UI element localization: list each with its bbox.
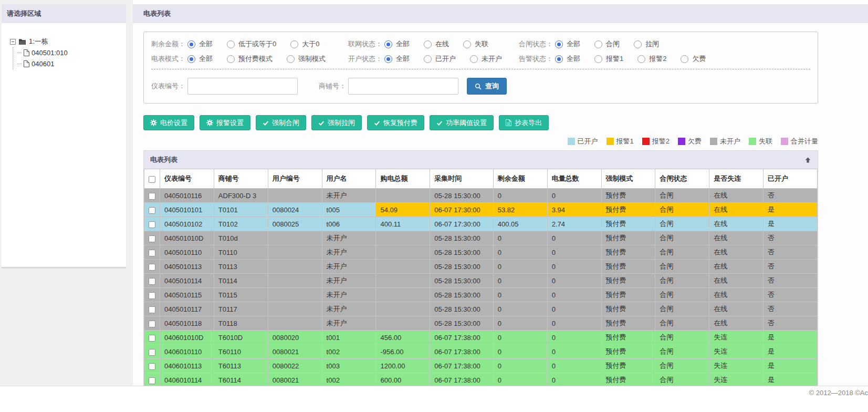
radio-label: 欠费 <box>692 54 706 64</box>
radio-button[interactable] <box>384 40 392 48</box>
radio-option[interactable]: 报警2 <box>637 54 666 64</box>
row-checkbox[interactable] <box>149 278 155 285</box>
row-checkbox[interactable] <box>149 335 155 342</box>
radio-button[interactable] <box>187 40 195 48</box>
radio-option[interactable]: 合闸 <box>594 39 620 49</box>
radio-option[interactable]: 失联 <box>463 39 488 49</box>
radio-option[interactable]: 报警1 <box>594 54 623 64</box>
radio-button[interactable] <box>555 55 563 63</box>
radio-button[interactable] <box>681 55 688 63</box>
cell-剩余金额: 0 <box>493 345 547 359</box>
radio-option[interactable]: 强制模式 <box>287 54 326 64</box>
filter-group: 告警状态：全部报警1报警2欠费 <box>519 54 810 64</box>
row-checkbox[interactable] <box>149 221 155 228</box>
cell-电量总数: 0 <box>547 359 601 373</box>
action-button-强制拉闸[interactable]: 强制拉闸 <box>311 115 362 130</box>
radio-label: 大于0 <box>302 39 319 49</box>
action-button-恢复预付费[interactable]: 恢复预付费 <box>367 115 424 130</box>
cell-用户编号 <box>268 260 322 274</box>
radio-button[interactable] <box>384 55 392 63</box>
cell-商铺号: T60113 <box>214 359 268 373</box>
table-row: 0406010113T601130080022t0031200.0006-07 … <box>144 359 818 373</box>
action-button-报警设置[interactable]: 报警设置 <box>200 115 250 130</box>
radio-button[interactable] <box>424 40 432 48</box>
tree-root-node[interactable]: 1:一栋 <box>10 37 122 46</box>
radio-button[interactable] <box>594 55 602 63</box>
table-row: 0405010115T0115未开户05-28 15:30:0000预付费合闸在… <box>144 288 818 302</box>
filter-separator <box>151 69 810 69</box>
radio-button[interactable] <box>290 40 298 48</box>
radio-button[interactable] <box>227 40 235 48</box>
collapse-panel-icon[interactable] <box>804 157 811 163</box>
row-checkbox[interactable] <box>149 250 155 256</box>
search-button[interactable]: 查询 <box>467 78 507 95</box>
cell-用户编号 <box>268 288 322 302</box>
select-all-header <box>144 169 160 189</box>
cell-合闸状态: 合闸 <box>655 260 709 274</box>
table-row: 040601010DT6010D0080020t001456.0006-07 1… <box>144 331 818 345</box>
row-checkbox[interactable] <box>149 321 155 327</box>
action-button-功率阈值设置[interactable]: 功率阈值设置 <box>430 115 494 130</box>
radio-option[interactable]: 全部 <box>384 39 410 49</box>
radio-option[interactable]: 在线 <box>424 39 449 49</box>
cell-采集时间: 06-07 17:38:00 <box>430 359 494 373</box>
row-checkbox[interactable] <box>149 264 155 271</box>
shop-number-input[interactable] <box>348 78 458 95</box>
row-checkbox[interactable] <box>149 349 155 356</box>
cell-电量总数: 0 <box>547 189 601 203</box>
action-button-抄表导出[interactable]: 抄表导出 <box>499 115 549 130</box>
action-buttons: 电价设置报警设置强制合闸强制拉闸恢复预付费功率阈值设置抄表导出 <box>143 115 818 130</box>
cell-电量总数: 0 <box>547 331 601 345</box>
radio-button[interactable] <box>424 55 432 63</box>
radio-option[interactable]: 全部 <box>384 54 410 64</box>
legend-color-swatch <box>606 138 614 145</box>
row-checkbox[interactable] <box>149 207 155 214</box>
radio-button[interactable] <box>637 55 645 63</box>
tree-node-040501:010[interactable]: 040501:010 <box>17 47 122 58</box>
column-header-用户名: 用户名 <box>322 169 376 189</box>
radio-option[interactable]: 全部 <box>555 54 580 64</box>
radio-option[interactable]: 欠费 <box>681 54 706 64</box>
filter-group-label: 电表模式： <box>151 54 185 64</box>
radio-option[interactable]: 大于0 <box>290 39 319 49</box>
radio-option[interactable]: 全部 <box>187 54 213 64</box>
action-button-强制合闸[interactable]: 强制合闸 <box>256 115 306 130</box>
radio-option[interactable]: 低于或等于0 <box>227 39 276 49</box>
radio-button[interactable] <box>227 55 235 63</box>
row-checkbox[interactable] <box>149 235 155 242</box>
row-checkbox[interactable] <box>149 193 155 200</box>
cell-是否失连: 在线 <box>709 189 764 203</box>
radio-button[interactable] <box>594 40 602 48</box>
row-checkbox[interactable] <box>149 292 155 299</box>
radio-button[interactable] <box>555 40 563 48</box>
radio-button[interactable] <box>634 40 642 48</box>
meter-table: 仪表编号商铺号用户编号用户名购电总额采集时间剩余金额电量总数强制模式合闸状态是否… <box>144 169 818 386</box>
cell-剩余金额: 0 <box>493 245 547 260</box>
cell-商铺号: T0110 <box>214 245 268 260</box>
radio-option[interactable]: 预付费模式 <box>227 54 273 64</box>
action-button-电价设置[interactable]: 电价设置 <box>143 115 194 130</box>
tree-node-040601[interactable]: 040601 <box>17 58 122 69</box>
radio-option[interactable]: 未开户 <box>470 54 502 64</box>
cell-用户名: 未开户 <box>322 316 376 331</box>
radio-button[interactable] <box>463 40 471 48</box>
radio-button[interactable] <box>187 55 195 63</box>
radio-button[interactable] <box>470 55 478 63</box>
cell-采集时间: 06-07 17:30:00 <box>430 203 494 217</box>
row-checkbox[interactable] <box>149 306 155 313</box>
meter-number-input[interactable] <box>187 78 298 95</box>
radio-option[interactable]: 已开户 <box>424 54 456 64</box>
table-row: 0405010116ADF300-D 3未开户05-28 15:30:0000预… <box>144 189 818 203</box>
tree-collapse-icon[interactable] <box>10 39 16 45</box>
radio-option[interactable]: 全部 <box>555 39 580 49</box>
radio-option[interactable]: 全部 <box>187 39 213 49</box>
cell-强制模式: 预付费 <box>601 217 655 231</box>
row-checkbox[interactable] <box>149 363 155 370</box>
cell-采集时间: 05-28 15:30:00 <box>430 189 494 203</box>
radio-label: 全部 <box>199 54 213 64</box>
select-all-checkbox[interactable] <box>149 176 155 183</box>
row-checkbox[interactable] <box>149 377 155 384</box>
radio-button[interactable] <box>287 55 295 63</box>
column-header-电量总数: 电量总数 <box>547 169 601 189</box>
radio-option[interactable]: 拉闸 <box>634 39 659 49</box>
